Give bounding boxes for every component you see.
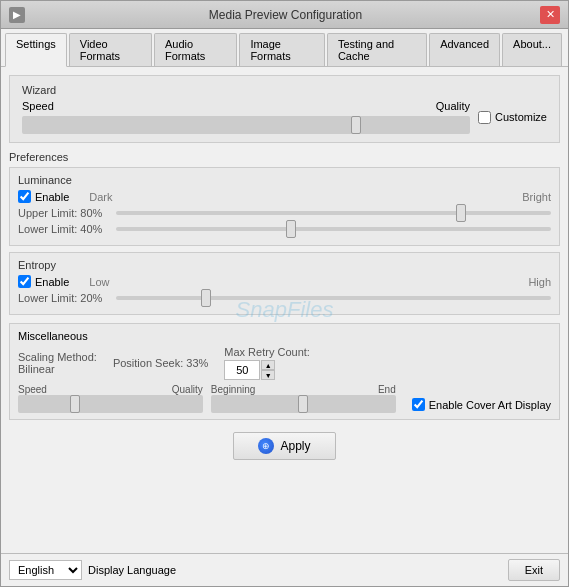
misc-sq-group: Speed Quality: [18, 384, 203, 413]
customize-label: Customize: [495, 111, 547, 123]
spinner-buttons: ▲ ▼: [261, 360, 275, 380]
tab-audio-formats[interactable]: Audio Formats: [154, 33, 237, 66]
app-icon: ▶: [9, 7, 25, 23]
lower-limit-label: Lower Limit: 40%: [18, 223, 108, 235]
speed-quality-slider[interactable]: [22, 116, 470, 134]
entropy-section: Entropy Enable Low High Lower Limit: 20%: [9, 252, 560, 315]
luminance-enable-row: Enable Dark Bright: [18, 190, 551, 203]
title-bar: ▶ Media Preview Configuration ✕: [1, 1, 568, 29]
luminance-section: Luminance Enable Dark Bright Upper Limit…: [9, 167, 560, 246]
luminance-enable-checkbox[interactable]: [18, 190, 31, 203]
entropy-enable-row: Enable Low High: [18, 275, 551, 288]
apply-label: Apply: [280, 439, 310, 453]
misc-be-group: Beginning End: [211, 384, 396, 413]
entropy-enable-checkbox[interactable]: [18, 275, 31, 288]
retry-count-input[interactable]: [224, 360, 260, 380]
spinner-down-button[interactable]: ▼: [261, 370, 275, 380]
speed-label: Speed: [22, 100, 54, 112]
retry-spinner: ▲ ▼: [224, 360, 275, 380]
luminance-upper-slider[interactable]: [116, 211, 551, 215]
scaling-group: Scaling Method: Bilinear: [18, 351, 97, 375]
apply-icon: ⊕: [258, 438, 274, 454]
low-label: Low: [89, 276, 109, 288]
wizard-slider-row: Speed Quality Customize: [22, 100, 547, 134]
spinner-up-button[interactable]: ▲: [261, 360, 275, 370]
misc-sq-slider[interactable]: [18, 395, 203, 413]
luminance-lower-slider[interactable]: [116, 227, 551, 231]
max-retry-group: Max Retry Count: ▲ ▼: [224, 346, 310, 380]
entropy-lower-slider[interactable]: [116, 296, 551, 300]
wizard-section: Wizard Speed Quality Customize: [9, 75, 560, 143]
misc-row1: Scaling Method: Bilinear Position Seek: …: [18, 346, 551, 380]
display-language-label: Display Language: [88, 564, 508, 576]
tab-video-formats[interactable]: Video Formats: [69, 33, 152, 66]
scaling-value: Bilinear: [18, 363, 55, 375]
customize-checkbox[interactable]: [478, 111, 491, 124]
high-label: High: [528, 276, 551, 288]
preferences-title: Preferences: [9, 151, 560, 163]
bright-label: Bright: [522, 191, 551, 203]
tab-about[interactable]: About...: [502, 33, 562, 66]
cover-art-group: Enable Cover Art Display: [412, 398, 551, 411]
footer-bar: English Deutsch Français Español Display…: [1, 553, 568, 586]
misc-row2: Speed Quality Beginning End Enable Co: [18, 384, 551, 413]
tab-testing-cache[interactable]: Testing and Cache: [327, 33, 427, 66]
misc-title: Miscellaneous: [18, 330, 551, 342]
entropy-enable-label: Enable: [35, 276, 69, 288]
bottom-bar: ⊕ Apply: [9, 426, 560, 468]
position-seek-group: Position Seek: 33%: [113, 357, 208, 369]
luminance-upper-row: Upper Limit: 80%: [18, 207, 551, 219]
apply-button[interactable]: ⊕ Apply: [233, 432, 335, 460]
position-seek-label: Position Seek: 33%: [113, 357, 208, 369]
cover-art-checkbox[interactable]: [412, 398, 425, 411]
misc-speed-label: Speed: [18, 384, 47, 395]
window-title: Media Preview Configuration: [31, 8, 540, 22]
customize-check-group: Customize: [478, 111, 547, 124]
luminance-title: Luminance: [18, 174, 551, 186]
language-select[interactable]: English Deutsch Français Español: [9, 560, 82, 580]
preferences-section: Preferences Luminance Enable Dark Bright…: [9, 151, 560, 315]
tab-bar: Settings Video Formats Audio Formats Ima…: [1, 29, 568, 67]
tab-settings[interactable]: Settings: [5, 33, 67, 67]
exit-button[interactable]: Exit: [508, 559, 560, 581]
quality-label: Quality: [436, 100, 470, 112]
main-window: ▶ Media Preview Configuration ✕ Settings…: [0, 0, 569, 587]
misc-section: Miscellaneous Scaling Method: Bilinear P…: [9, 323, 560, 420]
entropy-title: Entropy: [18, 259, 551, 271]
close-button[interactable]: ✕: [540, 6, 560, 24]
dark-label: Dark: [89, 191, 112, 203]
main-content: SnapFiles Wizard Speed Quality Customize: [1, 67, 568, 553]
luminance-enable-label: Enable: [35, 191, 69, 203]
luminance-lower-row: Lower Limit: 40%: [18, 223, 551, 235]
entropy-lower-label: Lower Limit: 20%: [18, 292, 108, 304]
misc-be-slider[interactable]: [211, 395, 396, 413]
beginning-label: Beginning: [211, 384, 255, 395]
sq-labels: Speed Quality: [18, 384, 203, 395]
end-label: End: [378, 384, 396, 395]
max-retry-label: Max Retry Count:: [224, 346, 310, 358]
tab-image-formats[interactable]: Image Formats: [239, 33, 325, 66]
tab-advanced[interactable]: Advanced: [429, 33, 500, 66]
entropy-lower-row: Lower Limit: 20%: [18, 292, 551, 304]
wizard-title: Wizard: [22, 84, 547, 96]
cover-art-label: Enable Cover Art Display: [429, 399, 551, 411]
scaling-label: Scaling Method:: [18, 351, 97, 363]
upper-limit-label: Upper Limit: 80%: [18, 207, 108, 219]
misc-quality-label: Quality: [172, 384, 203, 395]
be-labels: Beginning End: [211, 384, 396, 395]
